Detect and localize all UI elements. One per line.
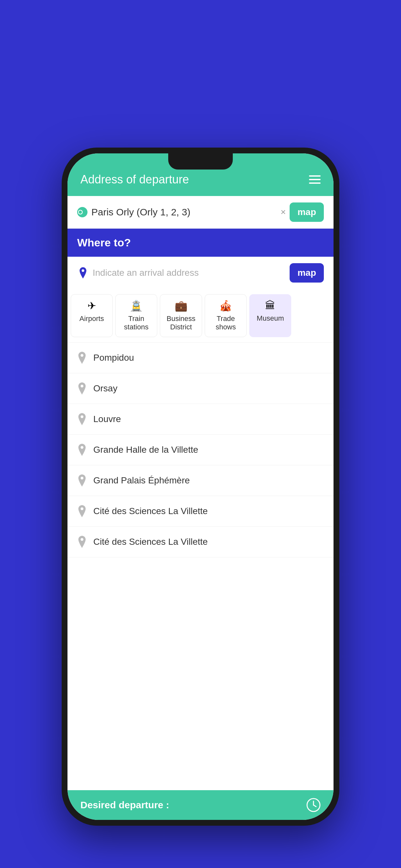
phone-frame: Address of departure × map Where to? bbox=[62, 148, 339, 826]
list-item[interactable]: Cité des Sciences La Villette bbox=[67, 527, 334, 557]
tab-airports[interactable]: ✈ Airports bbox=[71, 294, 113, 337]
clear-icon[interactable]: × bbox=[281, 207, 286, 217]
museum-icon: 🏛 bbox=[265, 300, 275, 312]
bottom-bar: Desired departure : bbox=[67, 790, 334, 820]
result-name: Pompidou bbox=[93, 352, 134, 363]
desired-departure-label: Desired departure : bbox=[81, 800, 169, 810]
trade-icon: 🎪 bbox=[219, 300, 232, 312]
results-list: Pompidou Orsay Louvre bbox=[67, 343, 334, 790]
pin-icon bbox=[77, 444, 87, 456]
list-item[interactable]: Cité des Sciences La Villette bbox=[67, 496, 334, 527]
train-icon: 🚊 bbox=[130, 300, 143, 312]
tab-train-stations-label: Train stations bbox=[124, 314, 149, 332]
pin-icon bbox=[77, 505, 87, 517]
result-name: Orsay bbox=[93, 383, 118, 394]
pin-icon bbox=[77, 382, 87, 395]
tab-museum-label: Museum bbox=[257, 314, 284, 322]
arrival-placeholder[interactable]: Indicate an arrival address bbox=[93, 268, 286, 278]
arrival-row: Indicate an arrival address map bbox=[67, 257, 334, 289]
departure-dot-icon bbox=[77, 207, 88, 217]
hamburger-menu-icon[interactable] bbox=[309, 175, 320, 184]
tab-trade-shows[interactable]: 🎪 Trade shows bbox=[205, 294, 247, 337]
arrival-pin-icon bbox=[77, 267, 89, 279]
pin-icon bbox=[77, 474, 87, 487]
tab-business-label: Business District bbox=[166, 314, 195, 332]
list-item[interactable]: Grand Palais Éphémère bbox=[67, 465, 334, 496]
where-to-title: Where to? bbox=[77, 237, 131, 249]
tab-museum[interactable]: 🏛 Museum bbox=[249, 294, 291, 337]
pin-icon bbox=[77, 413, 87, 425]
tab-airports-label: Airports bbox=[80, 314, 104, 323]
departure-row: × map bbox=[67, 196, 334, 228]
tab-train-stations[interactable]: 🚊 Train stations bbox=[115, 294, 157, 337]
pin-icon bbox=[77, 536, 87, 548]
phone-screen: Address of departure × map Where to? bbox=[67, 153, 334, 820]
where-to-section: Where to? bbox=[67, 228, 334, 257]
list-item[interactable]: Orsay bbox=[67, 373, 334, 404]
result-name: Grand Palais Éphémère bbox=[93, 475, 190, 486]
departure-map-button[interactable]: map bbox=[289, 203, 324, 222]
tab-trade-shows-label: Trade shows bbox=[216, 314, 236, 332]
list-item[interactable]: Grande Halle de la Villette bbox=[67, 435, 334, 465]
top-bar-title: Address of departure bbox=[81, 173, 189, 186]
list-item[interactable]: Pompidou bbox=[67, 343, 334, 373]
departure-input[interactable] bbox=[91, 207, 277, 218]
category-tabs: ✈ Airports 🚊 Train stations 💼 Business D… bbox=[67, 289, 334, 343]
result-name: Grande Halle de la Villette bbox=[93, 445, 198, 455]
tab-business-district[interactable]: 💼 Business District bbox=[160, 294, 202, 337]
arrival-map-button[interactable]: map bbox=[289, 263, 324, 283]
svg-point-0 bbox=[79, 210, 82, 214]
business-icon: 💼 bbox=[175, 300, 188, 312]
svg-line-3 bbox=[313, 805, 316, 807]
result-name: Cité des Sciences La Villette bbox=[93, 506, 208, 516]
result-name: Louvre bbox=[93, 414, 121, 424]
phone-notch bbox=[168, 153, 233, 169]
result-name: Cité des Sciences La Villette bbox=[93, 537, 208, 547]
list-item[interactable]: Louvre bbox=[67, 404, 334, 435]
pin-icon bbox=[77, 352, 87, 364]
clock-icon[interactable] bbox=[306, 798, 320, 812]
airplane-icon: ✈ bbox=[88, 300, 96, 312]
